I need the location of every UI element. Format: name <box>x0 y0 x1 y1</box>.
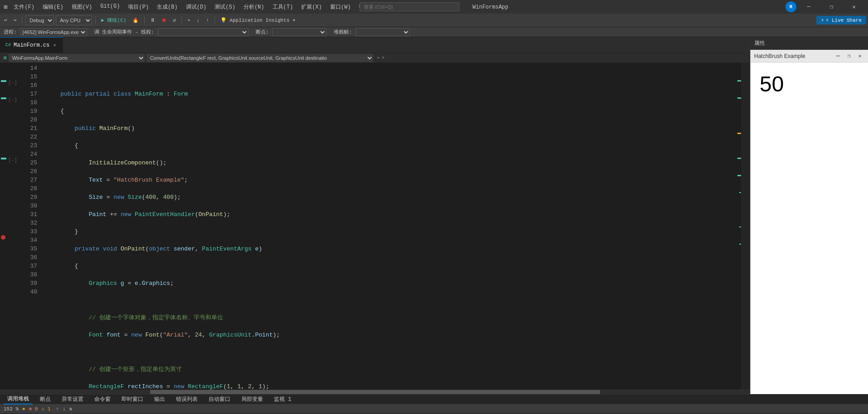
title-bar: ⊞ 文件(F) 编辑(E) 视图(V) Git(G) 项目(P) 生成(B) 调… <box>0 0 868 14</box>
toolbar-sep-1 <box>22 16 22 24</box>
progress-label: 进程: <box>4 29 17 35</box>
code-line-24: private void OnPaint(object sender, Pain… <box>46 245 735 253</box>
menu-project[interactable]: 项目(P) <box>124 2 152 12</box>
tab-immediate[interactable]: 即时窗口 <box>118 395 147 404</box>
menu-git[interactable]: Git(G) <box>97 2 123 12</box>
tab-command[interactable]: 命令窗 <box>91 395 114 404</box>
breakpoint-dropdown[interactable] <box>272 28 327 36</box>
menu-tools[interactable]: 工具(T) <box>269 2 297 12</box>
nav-buttons: + × <box>377 55 385 61</box>
stop-button[interactable]: ⏹ <box>159 16 169 24</box>
scroll-mark-1 <box>737 80 741 82</box>
collapse-24[interactable]: [-] <box>8 158 17 163</box>
menu-build[interactable]: 生成(B) <box>153 2 181 12</box>
hatchbrush-close-btn[interactable]: ✕ <box>855 52 864 61</box>
menu-edit[interactable]: 编辑(E) <box>39 2 67 12</box>
code-line-29: Font font = new Font("Arial", 24, Graphi… <box>46 331 735 339</box>
tab-errorlist[interactable]: 错误列表 <box>172 395 201 404</box>
hatchbrush-minimize-btn[interactable]: ─ <box>834 52 843 61</box>
menu-bar: 文件(F) 编辑(E) 视图(V) Git(G) 项目(P) 生成(B) 调试(… <box>10 2 383 12</box>
live-share-button[interactable]: ⚡ ⚡ Live Share <box>816 16 866 24</box>
toolbar-sep-2 <box>95 16 96 24</box>
right-side: 属性 HatchBrush Example ─ ❐ ✕ 50 <box>750 37 868 394</box>
nav-class-dropdown[interactable]: WinFormsApp.MainForm <box>9 54 145 62</box>
run-button[interactable]: ▶ 继续(C) <box>99 16 128 24</box>
code-area[interactable]: [-] [-] [-] 14 15 16 17 18 19 20 21 22 2… <box>0 63 750 390</box>
horizontal-scrollbar[interactable] <box>0 390 750 394</box>
collapse-17[interactable]: [-] <box>8 97 17 103</box>
nav-expand-btn[interactable]: + <box>377 55 380 61</box>
nav-method-dropdown[interactable]: ConvertUnits(RectangleF rect, GraphicsUn… <box>146 54 373 62</box>
live-share-label: ⚡ Live Share <box>826 17 862 23</box>
search-input[interactable] <box>360 2 459 11</box>
scroll-down-btn[interactable]: ↓ <box>63 406 66 412</box>
error-count[interactable]: ⊗ 0 <box>29 406 38 412</box>
scroll-mark-2 <box>737 97 741 99</box>
callstack-dropdown[interactable] <box>356 28 410 36</box>
tab-output[interactable]: 输出 <box>151 395 169 404</box>
title-bar-center: WinFormsApp <box>360 2 508 11</box>
menu-debug[interactable]: 调试(D) <box>182 2 210 12</box>
tab-mainform-close[interactable]: ✕ <box>52 42 57 48</box>
step-out-button[interactable]: ↑ <box>204 17 211 24</box>
hot-reload-button[interactable]: 🔥 <box>130 16 141 24</box>
code-gutter <box>0 63 7 390</box>
code-line-27 <box>46 296 735 305</box>
code-line-31: // 创建一个矩形，指定单位为英寸 <box>46 365 735 374</box>
scroll-up-btn[interactable]: ↑ <box>56 406 59 412</box>
toolbar-sep-4 <box>181 16 182 24</box>
code-content[interactable]: public partial class MainForm : Form { p… <box>42 63 735 390</box>
tab-autowindow[interactable]: 自动窗口 <box>205 395 234 404</box>
pause-button[interactable]: ⏸ <box>148 16 157 24</box>
toolbar-sep-3 <box>144 16 145 24</box>
restore-button[interactable]: ❐ <box>821 0 842 14</box>
code-line-25: { <box>46 262 735 270</box>
toolbar: ↩ ↪ Debug Any CPU ▶ 继续(C) 🔥 ⏸ ⏹ ↺ ↷ ↓ ↑ … <box>0 14 868 27</box>
menu-analyze[interactable]: 分析(N) <box>240 2 268 12</box>
collapse-15[interactable]: [-] <box>8 80 17 86</box>
gutter-mark-15 <box>1 80 6 82</box>
tab-breakpoints[interactable]: 断点 <box>36 395 54 404</box>
close-button[interactable]: ✕ <box>844 0 864 14</box>
hatchbrush-restore-btn[interactable]: ❐ <box>844 52 853 61</box>
tab-mainform[interactable]: C# MainForm.cs ✕ <box>0 37 63 53</box>
thread-dropdown[interactable] <box>158 28 249 36</box>
properties-label-bar: 属性 <box>750 37 868 50</box>
user-avatar[interactable]: R <box>785 1 796 12</box>
minimap[interactable] <box>741 63 750 390</box>
menu-file[interactable]: 文件(F) <box>10 2 38 12</box>
line-numbers: 14 15 16 17 18 19 20 21 22 23 24 25 26 2… <box>15 63 42 390</box>
cpu-dropdown[interactable]: Any CPU <box>56 15 92 25</box>
menu-view[interactable]: 视图(V) <box>68 2 96 12</box>
debug-bar: 152 % ● ⊗ 0 ⚠ 1 ↑ ↓ ⇅ <box>0 404 868 414</box>
tab-watch1[interactable]: 监视 1 <box>270 395 295 404</box>
editor-area: C# MainForm.cs ✕ ⊞ WinFormsApp.MainForm … <box>0 37 750 394</box>
undo-button[interactable]: ↩ <box>2 16 10 24</box>
debug-mode-dropdown[interactable]: Debug <box>25 15 54 25</box>
callstack-label: 堆栈帧: <box>334 29 352 35</box>
tab-exceptions[interactable]: 异常设置 <box>58 395 87 404</box>
redo-button[interactable]: ↪ <box>11 16 19 24</box>
warning-count[interactable]: ⚠ 1 <box>41 406 50 412</box>
menu-window[interactable]: 窗口(W) <box>327 2 355 12</box>
nav-collapse-btn[interactable]: × <box>381 55 385 61</box>
tab-callstack[interactable]: 调用堆栈 <box>4 394 33 404</box>
progress-bar: 进程: [4652] WinFormsApp.exe 调 生命周期事件 - 线程… <box>0 27 868 37</box>
tab-locals[interactable]: 局部变量 <box>238 395 267 404</box>
sort-btn[interactable]: ⇅ <box>69 406 73 412</box>
step-into-button[interactable]: ↓ <box>195 17 202 24</box>
menu-test[interactable]: 测试(S) <box>211 2 239 12</box>
step-over-button[interactable]: ↷ <box>185 16 193 24</box>
code-line-15: public partial class MainForm : Form <box>46 90 735 98</box>
breakpoint-39[interactable] <box>1 235 5 240</box>
process-dropdown[interactable]: [4652] WinFormsApp.exe <box>20 28 87 36</box>
menu-extensions[interactable]: 扩展(X) <box>297 2 326 12</box>
app-title: WinFormsApp <box>473 4 508 10</box>
minimize-button[interactable]: ─ <box>798 0 819 14</box>
app-icon: ⊞ <box>4 3 7 11</box>
tab-mainform-label: MainForm.cs <box>14 42 49 48</box>
restart-button[interactable]: ↺ <box>171 16 178 24</box>
application-insights-button[interactable]: 💡 Application Insights ▾ <box>218 16 298 24</box>
hatchbrush-winbtns: ─ ❐ ✕ <box>834 52 864 61</box>
nav-bar: ⊞ WinFormsApp.MainForm ConvertUnits(Rect… <box>0 53 750 63</box>
